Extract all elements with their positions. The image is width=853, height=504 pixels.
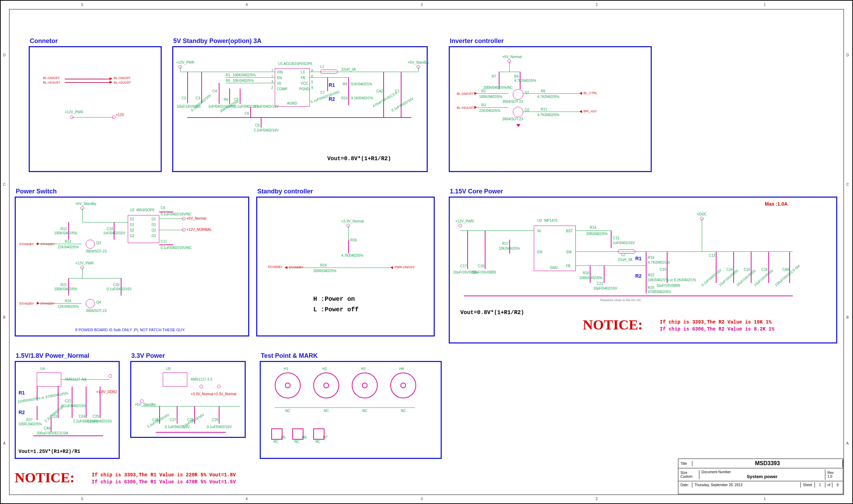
footnote: If POWER BOARD IS 5stb ONLY ,PL NOT PATC… <box>75 328 185 332</box>
inductor-l1 <box>320 70 338 74</box>
chip-u4 <box>37 372 61 386</box>
block-core: 1.15V Core Power Max :1.0A U3 MP1470 IN … <box>449 197 837 343</box>
doc-name: System power <box>701 474 823 479</box>
net-bl-onoff: BL-ON/OFF <box>114 76 131 80</box>
block-title: Standby controller <box>257 188 313 195</box>
net-12v-pwr: +12V_PWR <box>65 110 83 114</box>
formula: Vout=1.25V*(R1+R2)/R1 <box>19 449 80 454</box>
net-bl-ctrl: BL_CTRL <box>583 91 597 95</box>
notice-line2: If chip is 6306,The R1 Value is 470R 5% … <box>92 479 236 485</box>
title-block: Title MSD3393 Size Custom Document Numbe… <box>678 459 843 494</box>
ruler-top: 5 4 3 2 1 <box>1 1 852 9</box>
block-title: 3.3V Power <box>131 352 165 360</box>
formula: Vout=0.8V*(1+R1/R2) <box>327 156 391 162</box>
block-title: Power Switch <box>16 188 57 195</box>
block-pwr15: 1.5V/1.8V Power_Normal U4 AMS1117-Adj +1… <box>15 361 120 459</box>
legend-l: L :Power off <box>313 306 359 313</box>
net-5v-standby: +5V_Standby <box>408 61 429 64</box>
block-power-switch: Power Switch +5V_Standby U2 4953/SOP8 S1… <box>15 197 249 336</box>
formula: Vout=0.8V*(1+R1/R2) <box>460 310 524 316</box>
block-title: 1.5V/1.8V Power_Normal <box>16 352 89 360</box>
net-bl-adjust: BL-ADJUST <box>114 81 131 84</box>
chip-u5 <box>163 372 187 386</box>
ruler-right: D C B A <box>844 1 852 503</box>
block-inverter: Inverter controller +5V_Normal R7 200R/0… <box>449 46 652 172</box>
block-standby-ctrl: Standby controller +3.3V_Normal R16 4.7K… <box>256 197 435 336</box>
net-12v-pwr: +12V_PWR <box>176 61 195 64</box>
net-pwr-onoff: PWR-ON/OFF <box>394 265 415 269</box>
ruler-left: D C B A <box>1 1 9 503</box>
legend-h: H :Power on <box>313 296 355 303</box>
net-bri-adj: BRI_ADJ <box>583 109 596 113</box>
net-vddc: VDDC <box>697 212 707 216</box>
core-max: Max :1.0A <box>765 201 788 207</box>
block-5v-standby: 5V Standby Power(option) 3A U1 AOZ3015PI… <box>172 46 428 172</box>
block-title: Test Point & MARK <box>261 352 318 360</box>
block-title: Inverter controller <box>450 37 504 45</box>
block-title: 1.15V Core Power <box>450 188 503 195</box>
net-5v-normal: +5V_Normal <box>502 55 522 59</box>
block-title: Connetor <box>30 37 58 45</box>
net-12v: +12V <box>116 113 124 117</box>
block-test: Test Point & MARK H1 H2 H3 H4 NC NC NC N… <box>260 361 442 459</box>
notice-label: NOTICE: <box>15 469 75 486</box>
block-title: 5V Standby Power(option) 3A <box>173 37 261 45</box>
sheet-title: MSD3393 <box>692 460 843 467</box>
notice-line1: If chip is 3393,The R1 Value is 220R 5% … <box>92 472 236 478</box>
notice-label: NOTICE: <box>583 317 643 333</box>
ruler-bottom: 5 4 3 2 1 <box>1 495 852 503</box>
block-pwr33: 3.3V Power U5 AMS1117-3.3 +5V_Standby C2… <box>130 361 246 438</box>
schematic-sheet: 5 4 3 2 1 5 4 3 2 1 D C B A D C B A Conn… <box>0 0 853 504</box>
block-connector: Connetor BL-ON/OFF BL-ADJUST BL-ON/OFF B… <box>29 46 162 172</box>
